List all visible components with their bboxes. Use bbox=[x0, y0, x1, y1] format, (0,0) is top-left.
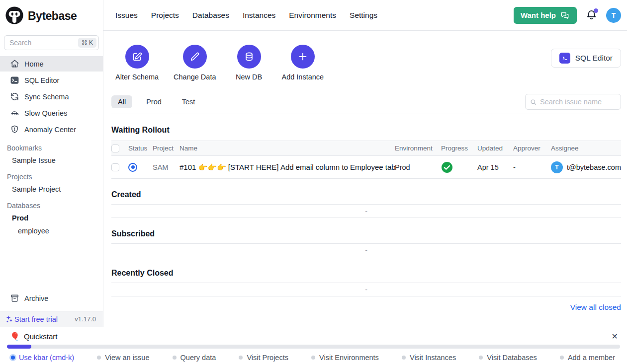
tab-all[interactable]: All bbox=[111, 95, 132, 108]
global-search-input[interactable] bbox=[9, 39, 78, 47]
plus-icon bbox=[291, 45, 315, 69]
tab-test[interactable]: Test bbox=[176, 95, 202, 108]
step-label: Visit Instances bbox=[410, 354, 456, 362]
col-progress: Progress bbox=[441, 145, 477, 152]
issue-environment: Prod bbox=[395, 163, 441, 171]
nav-databases[interactable]: Databases bbox=[192, 11, 229, 20]
sidebar-footer: Start free trial v1.17.0 bbox=[0, 311, 103, 327]
assignee-avatar: T bbox=[551, 161, 563, 173]
sidebar-item-anomaly-center[interactable]: Anomaly Center bbox=[0, 122, 103, 137]
empty-placeholder: - bbox=[365, 207, 367, 215]
sidebar-section-bookmarks: Bookmarks bbox=[0, 138, 103, 154]
col-assignee: Assignee bbox=[551, 145, 621, 152]
col-environment: Environment bbox=[395, 145, 441, 152]
main-column: Issues Projects Databases Instances Envi… bbox=[103, 0, 627, 327]
pencil-icon bbox=[183, 45, 207, 69]
main-content: Alter Schema Change Data New DB bbox=[103, 31, 627, 327]
view-all-closed-link[interactable]: View all closed bbox=[570, 303, 621, 312]
nav-instances[interactable]: Instances bbox=[243, 11, 275, 20]
issue-name[interactable]: #101 👉👉👉 [START HERE] Add email column t… bbox=[179, 163, 395, 172]
tab-prod[interactable]: Prod bbox=[140, 95, 168, 108]
sidebar-item-prod[interactable]: Prod bbox=[0, 212, 103, 224]
sidebar-item-sql-editor[interactable]: SQL Editor bbox=[0, 73, 103, 88]
step-dot bbox=[239, 356, 243, 360]
quick-action-label: New DB bbox=[236, 73, 262, 81]
sidebar-item-label: Anomaly Center bbox=[24, 126, 76, 134]
issue-approver: - bbox=[513, 163, 551, 171]
issue-updated: Apr 15 bbox=[477, 163, 513, 171]
issue-table-header: Status Project Name Environment Progress… bbox=[111, 141, 621, 156]
change-data-button[interactable]: Change Data bbox=[174, 45, 216, 81]
col-name: Name bbox=[179, 145, 395, 152]
sidebar-item-label: Archive bbox=[24, 294, 48, 302]
step-visit-databases[interactable]: Visit Databases bbox=[479, 354, 537, 362]
step-visit-environments[interactable]: Visit Environments bbox=[311, 354, 379, 362]
issue-assignee: T t@bytebase.com bbox=[551, 161, 621, 173]
app: Bytebase ⌘ K Home SQL Editor Sync Schema… bbox=[0, 0, 627, 327]
view-all-row: View all closed bbox=[111, 303, 621, 312]
sidebar-item-label: Slow Queries bbox=[24, 109, 67, 117]
brand-name: Bytebase bbox=[28, 9, 77, 23]
search-shortcut-badge: ⌘ K bbox=[78, 38, 96, 48]
sidebar-item-label: Home bbox=[24, 60, 44, 68]
nav-issues[interactable]: Issues bbox=[115, 11, 138, 20]
sidebar-item-employee[interactable]: employee bbox=[0, 224, 103, 237]
step-visit-instances[interactable]: Visit Instances bbox=[402, 354, 456, 362]
quickstart-title-row: 🎈 Quickstart ✕ bbox=[0, 327, 627, 341]
sidebar-item-slow-queries[interactable]: Slow Queries bbox=[0, 105, 103, 121]
created-empty-row: - bbox=[111, 204, 621, 218]
col-approver: Approver bbox=[513, 145, 551, 152]
trial-label: Start free trial bbox=[14, 315, 58, 323]
quickstart-progress-track bbox=[7, 345, 620, 349]
col-updated: Updated bbox=[477, 145, 513, 152]
row-checkbox[interactable] bbox=[111, 163, 119, 171]
step-view-an-issue[interactable]: View an issue bbox=[97, 354, 149, 362]
header-right: Want help T bbox=[514, 7, 621, 24]
empty-placeholder: - bbox=[365, 286, 367, 293]
step-query-data[interactable]: Query data bbox=[173, 354, 216, 362]
quick-actions: Alter Schema Change Data New DB bbox=[115, 45, 324, 81]
step-dot bbox=[311, 356, 315, 360]
shield-icon bbox=[10, 125, 19, 134]
step-label: Visit Databases bbox=[487, 354, 537, 362]
section-title-created: Created bbox=[111, 190, 621, 199]
select-all-checkbox[interactable] bbox=[111, 145, 119, 152]
bytebase-logo[interactable]: Bytebase bbox=[0, 0, 103, 31]
issue-search[interactable] bbox=[525, 94, 621, 110]
progress-done-icon bbox=[441, 161, 477, 173]
quick-action-label: Add Instance bbox=[282, 73, 324, 81]
start-free-trial-link[interactable]: Start free trial bbox=[5, 315, 58, 323]
want-help-label: Want help bbox=[521, 11, 556, 19]
section-title-recently-closed: Recently Closed bbox=[111, 269, 621, 278]
nav-settings[interactable]: Settings bbox=[350, 11, 377, 20]
add-instance-button[interactable]: Add Instance bbox=[282, 45, 324, 81]
search-icon bbox=[530, 98, 537, 106]
sidebar-item-sample-issue[interactable]: Sample Issue bbox=[0, 154, 103, 167]
new-db-button[interactable]: New DB bbox=[231, 45, 267, 81]
step-dot bbox=[11, 356, 15, 360]
nav-projects[interactable]: Projects bbox=[151, 11, 179, 20]
sidebar-item-sample-project[interactable]: Sample Project bbox=[0, 183, 103, 196]
step-visit-projects[interactable]: Visit Projects bbox=[239, 354, 288, 362]
step-dot bbox=[97, 356, 101, 360]
issue-search-input[interactable] bbox=[540, 98, 617, 106]
nav-environments[interactable]: Environments bbox=[289, 11, 336, 20]
step-add-a-member[interactable]: Add a member bbox=[560, 354, 615, 362]
sidebar-item-home[interactable]: Home bbox=[0, 56, 103, 72]
step-use-kbar[interactable]: Use kbar (cmd-k) bbox=[11, 354, 74, 362]
issue-row[interactable]: SAM #101 👉👉👉 [START HERE] Add email colu… bbox=[111, 156, 621, 179]
alter-schema-button[interactable]: Alter Schema bbox=[115, 45, 159, 81]
quickstart-progress-fill bbox=[7, 345, 31, 349]
balloon-icon: 🎈 bbox=[10, 332, 20, 341]
sql-editor-button[interactable]: SQL Editor bbox=[551, 49, 621, 68]
sidebar-item-archive[interactable]: Archive bbox=[0, 291, 103, 306]
environment-tabs-row: All Prod Test bbox=[111, 94, 621, 114]
global-search[interactable]: ⌘ K bbox=[4, 35, 99, 50]
want-help-button[interactable]: Want help bbox=[514, 7, 577, 24]
sidebar-item-sync-schema[interactable]: Sync Schema bbox=[0, 89, 103, 104]
user-avatar[interactable]: T bbox=[606, 8, 621, 23]
notifications-bell[interactable] bbox=[586, 9, 597, 21]
close-icon[interactable]: ✕ bbox=[612, 333, 618, 341]
database-icon bbox=[237, 45, 261, 69]
sparkles-icon bbox=[5, 315, 13, 323]
